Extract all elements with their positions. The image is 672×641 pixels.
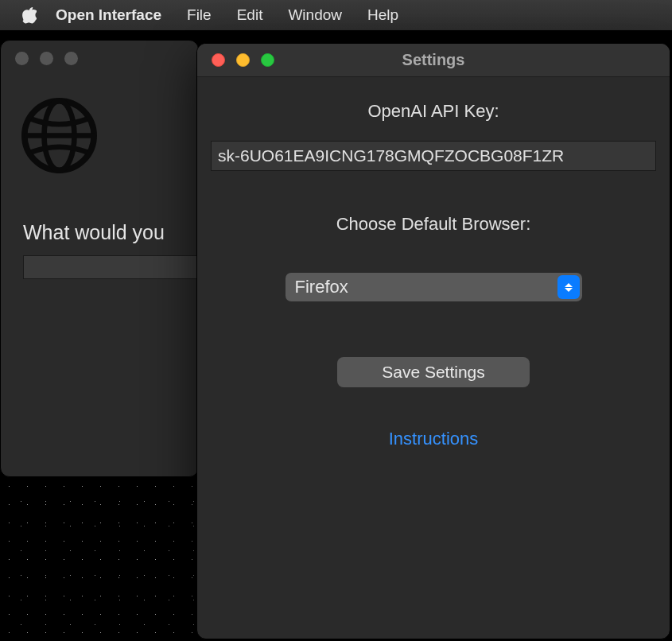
settings-window: Settings OpenAI API Key: Choose Default … bbox=[196, 43, 670, 639]
bg-traffic-min-icon[interactable] bbox=[40, 52, 53, 65]
traffic-lights bbox=[197, 53, 274, 67]
menubar-item-file[interactable]: File bbox=[174, 6, 224, 24]
default-browser-selected-value: Firefox bbox=[286, 277, 348, 297]
menubar-item-help[interactable]: Help bbox=[355, 6, 411, 24]
background-noise-area bbox=[0, 477, 199, 641]
menubar-item-window[interactable]: Window bbox=[275, 6, 355, 24]
menubar-app-name[interactable]: Open Interface bbox=[56, 6, 174, 24]
instructions-link[interactable]: Instructions bbox=[389, 429, 479, 449]
background-titlebar bbox=[1, 41, 198, 76]
globe-icon bbox=[21, 98, 97, 173]
settings-body: OpenAI API Key: Choose Default Browser: … bbox=[197, 77, 670, 449]
close-icon[interactable] bbox=[212, 53, 225, 67]
default-browser-select[interactable]: Firefox bbox=[286, 273, 582, 301]
system-menubar: Open Interface File Edit Window Help bbox=[0, 0, 672, 30]
background-heading: What would you bbox=[23, 221, 198, 244]
background-text-input[interactable] bbox=[23, 255, 198, 279]
save-settings-button[interactable]: Save Settings bbox=[337, 357, 530, 387]
minimize-icon[interactable] bbox=[236, 53, 250, 67]
bg-traffic-close-icon[interactable] bbox=[15, 52, 29, 65]
api-key-label: OpenAI API Key: bbox=[367, 101, 499, 122]
background-window: What would you bbox=[0, 40, 199, 477]
zoom-icon[interactable] bbox=[261, 53, 274, 67]
api-key-input[interactable] bbox=[211, 141, 656, 171]
default-browser-label: Choose Default Browser: bbox=[336, 214, 531, 235]
menubar-item-edit[interactable]: Edit bbox=[224, 6, 276, 24]
chevron-updown-icon bbox=[557, 275, 580, 299]
settings-titlebar: Settings bbox=[197, 44, 670, 77]
apple-icon[interactable] bbox=[22, 7, 38, 23]
bg-traffic-zoom-icon[interactable] bbox=[64, 52, 78, 65]
